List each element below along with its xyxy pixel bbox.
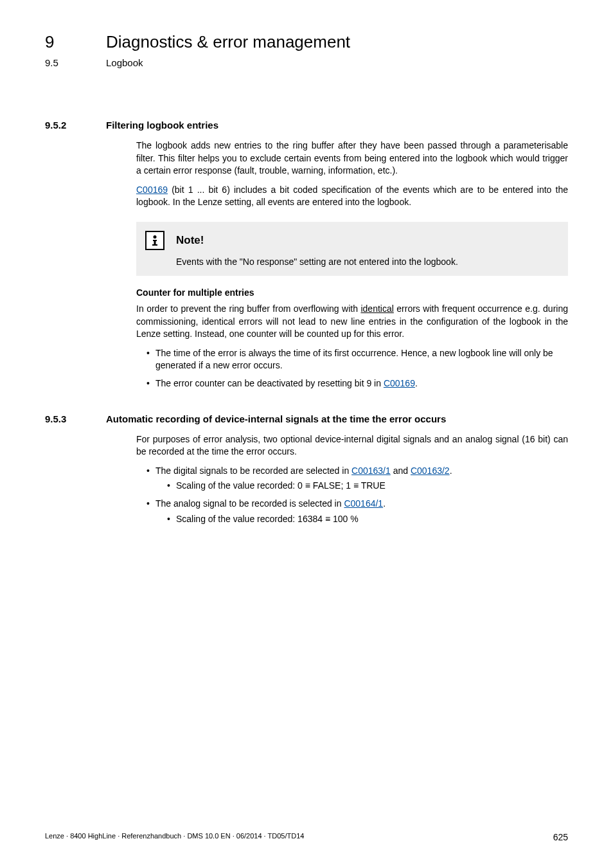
subsection-title: Filtering logbook entries <box>106 120 218 131</box>
list-item: The time of the error is always the time… <box>147 347 568 372</box>
info-icon <box>145 231 164 250</box>
svg-point-0 <box>154 235 157 239</box>
list-text: . <box>450 466 452 476</box>
section-number: 9.5 <box>45 57 106 68</box>
list-text: . <box>383 498 386 509</box>
note-body: Events with the "No response" setting ar… <box>176 257 556 267</box>
code-link[interactable]: C00163/2 <box>411 466 450 476</box>
footer-text: Lenze · 8400 HighLine · Referenzhandbuch… <box>45 832 304 842</box>
code-link[interactable]: C00163/1 <box>351 466 391 476</box>
paragraph-text: In order to prevent the ring buffer from… <box>136 303 360 314</box>
underlined-text: identical <box>360 303 393 314</box>
note-title: Note! <box>176 234 204 247</box>
paragraph: For purposes of error analysis, two opti… <box>136 433 568 458</box>
code-link[interactable]: C00169 <box>136 185 168 195</box>
paragraph-text: (bit 1 ... bit 6) includes a bit coded s… <box>136 185 568 208</box>
subsection-number: 9.5.3 <box>45 413 106 424</box>
chapter-number: 9 <box>45 32 106 52</box>
section-title: Logbook <box>106 57 143 68</box>
sub-list-item: Scaling of the value recorded: 0 ≡ FALSE… <box>167 480 568 493</box>
list-item: The analog signal to be recorded is sele… <box>147 498 568 525</box>
paragraph-heading: Counter for multiple entries <box>136 287 568 298</box>
svg-rect-3 <box>152 244 157 246</box>
code-link[interactable]: C00164/1 <box>344 498 383 509</box>
paragraph: C00169 (bit 1 ... bit 6) includes a bit … <box>136 184 568 209</box>
chapter-title: Diagnostics & error management <box>106 32 350 52</box>
code-link[interactable]: C00169 <box>384 378 415 388</box>
list-text: The digital signals to be recorded are s… <box>155 466 351 476</box>
list-text: The analog signal to be recorded is sele… <box>155 498 344 509</box>
list-item: The error counter can be deactivated by … <box>147 377 568 390</box>
list-text: . <box>415 378 418 388</box>
svg-rect-2 <box>154 240 156 245</box>
subsection-number: 9.5.2 <box>45 120 106 131</box>
divider: _ _ _ _ _ _ _ _ _ _ _ _ _ _ _ _ _ _ _ _ … <box>45 86 568 96</box>
page-number: 625 <box>553 832 568 842</box>
list-text: The error counter can be deactivated by … <box>155 378 384 388</box>
paragraph: In order to prevent the ring buffer from… <box>136 303 568 341</box>
list-text: and <box>391 466 411 476</box>
note-box: Note! Events with the "No response" sett… <box>136 222 568 276</box>
list-item: The digital signals to be recorded are s… <box>147 465 568 493</box>
subsection-title: Automatic recording of device-internal s… <box>106 413 446 424</box>
paragraph: The logbook adds new entries to the ring… <box>136 140 568 177</box>
sub-list-item: Scaling of the value recorded: 16384 ≡ 1… <box>167 513 568 526</box>
